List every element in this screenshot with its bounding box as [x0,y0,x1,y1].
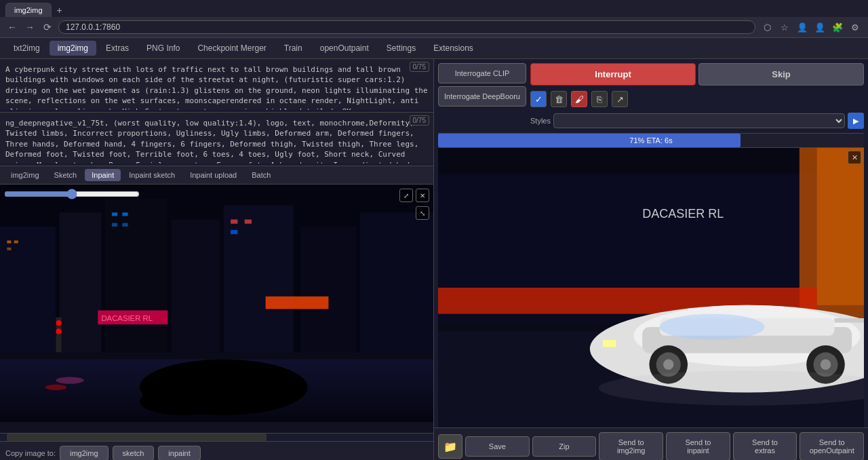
main-layout: 0/75 0/75 img2img Sketch Inpaint Inpaint… [0,59,868,460]
sub-tab-inpaint-sketch[interactable]: Inpaint sketch [122,169,182,181]
svg-point-42 [660,314,765,341]
positive-token-count: 0/75 [410,62,429,72]
arrow-icon[interactable]: ↗ [612,91,628,107]
svg-point-25 [56,328,61,334]
browser-chrome: img2img + ← → ⟳ 127.0.0.1:7860 ⬡ ☆ 👤 👤 🧩… [0,0,868,38]
svg-rect-33 [817,148,864,305]
settings-icon[interactable]: ⚙ [848,20,863,35]
svg-text:DACASIER RL: DACASIER RL [642,207,724,221]
right-top-row: Interrogate CLIP Interrogate DeepBooru I… [434,59,868,133]
sub-tab-inpaint-upload[interactable]: Inpaint upload [183,169,243,181]
nav-tab-pnginfo[interactable]: PNG Info [138,41,188,56]
extension-icon[interactable]: 🧩 [830,20,845,35]
skip-btn[interactable]: Skip [698,63,864,85]
expand-icon[interactable]: ⤡ [416,206,429,220]
nav-tab-txt2img[interactable]: txt2img [5,41,48,56]
checkbox-icon[interactable]: ✓ [530,91,547,107]
zip-btn[interactable]: Zip [532,436,597,457]
sub-tab-sketch[interactable]: Sketch [47,169,84,181]
image-scroll-bar[interactable] [0,433,433,441]
copy-to-img2img-btn[interactable]: img2img [60,446,108,460]
nav-tab-extras[interactable]: Extras [98,41,137,56]
positive-prompt-input[interactable] [0,59,433,110]
nav-tab-extensions[interactable]: Extensions [425,41,481,56]
svg-point-24 [56,320,61,326]
right-panel: Interrogate CLIP Interrogate DeepBooru I… [434,59,868,460]
app-nav: txt2img img2img Extras PNG Info Checkpoi… [0,38,868,59]
user-icon2[interactable]: 👤 [812,20,827,35]
send-to-extras-btn[interactable]: Send to extras [733,432,797,460]
svg-rect-43 [834,318,864,322]
extensions-icon[interactable]: ⬡ [760,20,774,35]
svg-rect-11 [112,212,117,216]
canvas-toolbar: ⤢ ✕ ⤡ [399,189,429,202]
styles-apply-btn[interactable]: ▶ [848,113,864,129]
svg-point-26 [56,377,83,383]
sub-tab-inpaint[interactable]: Inpaint [85,169,121,181]
forward-btn[interactable]: → [23,20,37,34]
svg-rect-8 [7,240,11,243]
negative-token-count: 0/75 [410,115,429,126]
left-panel: 0/75 0/75 img2img Sketch Inpaint Inpaint… [0,59,434,460]
styles-row: Styles ▶ [530,113,864,129]
browser-tab-img2img[interactable]: img2img [5,3,52,17]
url-bar[interactable]: 127.0.0.1:7860 [58,20,755,34]
svg-text:DACASIER RL: DACASIER RL [101,314,153,322]
copy-to-inpaint-btn[interactable]: inpaint [158,446,200,460]
trash-icon[interactable]: 🗑 [551,91,567,107]
user-icon1[interactable]: 👤 [795,20,810,35]
refresh-btn[interactable]: ⟳ [41,20,54,34]
copy-to-sketch-btn[interactable]: sketch [113,446,155,460]
svg-rect-12 [122,212,127,216]
negative-prompt-input[interactable] [0,113,433,164]
city-background: DACASIER RL [0,185,433,422]
send-to-openoutpaint-btn[interactable]: Send to openOutpaint [800,432,864,460]
bookmark-icon[interactable]: ☆ [777,20,792,35]
sub-tab-batch[interactable]: Batch [245,169,277,181]
progress-bar-fill [438,134,741,147]
nav-tab-img2img[interactable]: img2img [50,41,96,56]
send-to-inpaint-btn[interactable]: Send to inpaint [666,432,730,460]
canvas-area[interactable]: DACASIER RL [0,185,433,441]
progress-label: 71% ETA: 6s [629,136,672,145]
output-area: DACASIER RL [438,148,864,427]
close-canvas-btn[interactable]: ✕ [416,189,429,202]
progress-bar-container: 71% ETA: 6s [438,133,864,148]
nav-tab-settings[interactable]: Settings [378,41,424,56]
gen-buttons-row: Interrupt Skip [530,63,864,85]
svg-rect-13 [112,223,117,227]
positive-prompt-area: 0/75 [0,59,433,113]
close-output-btn[interactable]: ✕ [848,151,861,164]
svg-rect-16 [245,220,252,224]
nav-tab-openoutpaint[interactable]: openOutpaint [312,41,377,56]
back-btn[interactable]: ← [5,20,19,34]
send-to-img2img-btn[interactable]: Send to img2img [599,432,663,460]
fullscreen-icon[interactable]: ⤢ [399,189,413,202]
nav-tab-checkpoint[interactable]: Checkpoint Merger [189,41,274,56]
copy-icon[interactable]: ⎘ [591,91,608,107]
icon-row: ✓ 🗑 🖌 ⎘ ↗ [530,90,864,109]
open-folder-btn[interactable]: 📁 [438,434,462,459]
copy-image-label: Copy image to: [5,449,56,457]
styles-select[interactable] [553,113,845,128]
brush-size-slider[interactable] [4,189,140,199]
browser-toolbar: ← → ⟳ 127.0.0.1:7860 ⬡ ☆ 👤 👤 🧩 ⚙ [0,17,868,37]
svg-point-27 [45,385,66,390]
interrogate-deepbooru-btn[interactable]: Interrogate DeepBooru [438,86,526,107]
sub-tab-img2img[interactable]: img2img [4,169,46,181]
brush-slider-row [4,189,406,199]
bottom-actions: 📁 Save Zip Send to img2img Send to inpai… [434,427,868,460]
svg-rect-51 [603,340,616,347]
new-tab-btn[interactable]: + [53,3,66,17]
svg-rect-17 [231,230,237,234]
save-btn[interactable]: Save [465,436,530,457]
interrupt-btn[interactable]: Interrupt [530,63,696,85]
brush-icon[interactable]: 🖌 [571,91,587,107]
copy-image-row: Copy image to: img2img sketch inpaint [0,441,433,460]
svg-point-46 [663,360,673,370]
svg-point-49 [821,360,831,370]
interrogate-clip-btn[interactable]: Interrogate CLIP [438,63,526,83]
negative-prompt-area: 0/75 [0,113,433,166]
browser-icon-group: ⬡ ☆ 👤 👤 🧩 ⚙ [760,20,863,35]
nav-tab-train[interactable]: Train [276,41,311,56]
